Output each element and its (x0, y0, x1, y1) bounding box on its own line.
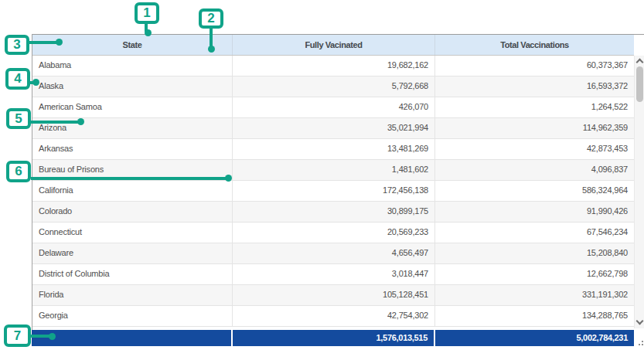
callout-7-marker: 7 (4, 325, 31, 347)
cell-state: California (32, 181, 233, 201)
callout-2-marker: 2 (199, 8, 223, 29)
callout-5-line (31, 121, 79, 124)
callout-3-dot (56, 39, 63, 46)
callout-3-marker: 3 (5, 35, 29, 55)
table-row[interactable]: Delaware 4,656,497 15,208,840 (32, 243, 634, 264)
cell-fully-vacinated: 426,070 (233, 97, 435, 117)
cell-fully-vacinated: 20,569,233 (233, 223, 435, 243)
cell-total-vaccinations: 91,990,426 (435, 202, 634, 222)
callout-2-label: 2 (207, 11, 214, 26)
table-row[interactable]: American Samoa 426,070 1,264,522 (32, 97, 634, 118)
callout-1-dot (145, 29, 152, 36)
cell-fully-vacinated: 172,456,138 (233, 181, 435, 201)
cell-total-vaccinations: 586,324,964 (435, 181, 634, 201)
cell-total-vaccinations: 67,546,234 (435, 223, 634, 243)
cell-fully-vacinated: 42,754,302 (233, 306, 435, 326)
summary-row: 1,576,013,515 5,002,784,231 (32, 330, 634, 346)
cell-total-vaccinations: 15,208,840 (435, 243, 634, 263)
cell-fully-vacinated: 1,481,602 (233, 160, 435, 180)
screenshot-canvas: State Fully Vacinated Total Vaccinations… (0, 0, 644, 350)
cell-total-vaccinations: 1,264,522 (435, 97, 634, 117)
summary-state (32, 330, 233, 346)
chevron-down-icon (636, 318, 644, 325)
callout-7-dot (49, 333, 56, 340)
callout-3-line (29, 41, 57, 44)
callout-6-dot (225, 175, 232, 182)
cell-fully-vacinated: 35,021,994 (233, 118, 435, 138)
callout-4-label: 4 (14, 71, 21, 87)
cell-total-vaccinations: 4,096,837 (435, 160, 634, 180)
cell-state: Arkansas (32, 139, 233, 159)
column-header-total-vaccinations[interactable]: Total Vaccinations (435, 35, 634, 55)
table-row[interactable]: Colorado 30,899,175 91,990,426 (32, 202, 634, 223)
cell-state: American Samoa (32, 97, 233, 117)
table-row[interactable]: District of Columbia 3,018,447 12,662,79… (32, 264, 634, 285)
table-body: Alabama 19,682,162 60,373,367 Alaska 5,7… (32, 56, 634, 327)
table-row[interactable]: Georgia 42,754,302 134,288,765 (32, 306, 634, 327)
cell-fully-vacinated: 5,792,668 (233, 76, 435, 97)
callout-6-line (31, 177, 227, 180)
cell-fully-vacinated: 105,128,451 (233, 285, 435, 305)
callout-2-dot (208, 46, 215, 53)
cell-total-vaccinations: 134,288,765 (435, 306, 634, 326)
cell-fully-vacinated: 30,899,175 (233, 202, 435, 222)
table-row[interactable]: Alabama 19,682,162 60,373,367 (32, 56, 634, 76)
table-row[interactable]: Arizona 35,021,994 114,962,359 (32, 118, 634, 139)
callout-6-label: 6 (15, 164, 22, 179)
cell-total-vaccinations: 42,873,453 (435, 139, 634, 159)
callout-4-dot (32, 79, 39, 86)
table-row[interactable]: Alaska 5,792,668 16,593,372 (32, 76, 634, 97)
cell-total-vaccinations: 114,962,359 (435, 118, 634, 138)
summary-fully-vacinated: 1,576,013,515 (233, 330, 435, 346)
callout-6-marker: 6 (6, 161, 31, 182)
callout-3-label: 3 (13, 37, 20, 53)
cell-state: Delaware (32, 243, 233, 263)
table-row[interactable]: Florida 105,128,451 331,191,302 (32, 285, 634, 306)
cell-state: Alabama (32, 56, 233, 76)
cell-state: Florida (32, 285, 233, 305)
callout-1-label: 1 (143, 5, 150, 21)
callout-5-label: 5 (15, 111, 22, 127)
cell-state: Colorado (32, 202, 233, 222)
table-row[interactable]: California 172,456,138 586,324,964 (32, 181, 634, 202)
scroll-down-button[interactable] (635, 318, 644, 328)
scrollbar-thumb[interactable] (636, 66, 643, 102)
cell-fully-vacinated: 19,682,162 (233, 56, 435, 76)
chevron-up-icon (636, 59, 644, 66)
callout-7-label: 7 (14, 328, 21, 344)
cell-total-vaccinations: 12,662,798 (435, 264, 634, 284)
table-row[interactable]: Connecticut 20,569,233 67,546,234 (32, 223, 634, 243)
summary-total-vaccinations: 5,002,784,231 (435, 330, 634, 346)
callout-5-marker: 5 (6, 108, 31, 129)
cell-total-vaccinations: 60,373,367 (435, 56, 634, 76)
cell-state: Georgia (32, 306, 233, 326)
cell-fully-vacinated: 4,656,497 (233, 243, 435, 263)
column-header-fully-vacinated[interactable]: Fully Vacinated (233, 35, 435, 55)
cell-total-vaccinations: 331,191,302 (435, 285, 634, 305)
table-row[interactable]: Arkansas 13,481,269 42,873,453 (32, 139, 634, 160)
callout-5-dot (77, 118, 84, 125)
column-header-state[interactable]: State (32, 35, 233, 55)
cell-state: Alaska (32, 76, 233, 97)
callout-7-line (31, 335, 50, 338)
cell-total-vaccinations: 16,593,372 (435, 76, 634, 97)
cell-state: Connecticut (32, 223, 233, 243)
resize-grip-icon[interactable] (642, 341, 643, 342)
callout-1-marker: 1 (135, 2, 159, 24)
scroll-up-button[interactable] (635, 56, 644, 66)
callout-4-marker: 4 (5, 68, 30, 90)
vertical-scrollbar[interactable] (634, 56, 644, 328)
table-header-row: State Fully Vacinated Total Vaccinations (32, 35, 634, 56)
callout-2-line (210, 29, 213, 47)
cell-state: District of Columbia (32, 264, 233, 284)
cell-fully-vacinated: 3,018,447 (233, 264, 435, 284)
cell-fully-vacinated: 13,481,269 (233, 139, 435, 159)
